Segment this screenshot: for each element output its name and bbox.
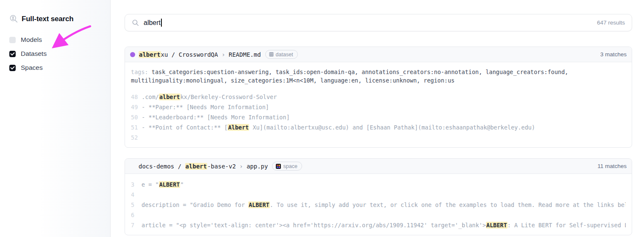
models-checkbox[interactable] bbox=[9, 37, 16, 43]
text-caret bbox=[161, 19, 162, 27]
search-bar: albert 647 results bbox=[125, 14, 632, 31]
badge-label: dataset bbox=[276, 52, 293, 58]
match-count: 3 matches bbox=[600, 51, 627, 58]
code-line: 5description = "Gradio Demo for ALBERT. … bbox=[131, 200, 626, 210]
dataset-icon bbox=[269, 52, 274, 57]
code-snippet: 48.com/albertkx/Berkeley-Crossword-Solve… bbox=[131, 92, 626, 143]
repo-file-link[interactable]: albertxu / CrosswordQA › README.md bbox=[139, 51, 261, 58]
search-icon bbox=[132, 19, 139, 26]
badge-label: space bbox=[283, 163, 297, 169]
repo-avatar-placeholder bbox=[130, 164, 135, 169]
filter-list: Models Datasets Spaces bbox=[9, 36, 100, 72]
code-line: 7article = "<p style='text-align: center… bbox=[131, 220, 626, 230]
results-count: 647 results bbox=[597, 19, 625, 26]
search-input[interactable]: albert bbox=[144, 19, 162, 27]
filter-spaces[interactable]: Spaces bbox=[9, 64, 100, 72]
code-line: 50- **Leaderboard:** [Needs More Informa… bbox=[131, 112, 626, 122]
space-badge: space bbox=[272, 162, 302, 171]
repo-avatar bbox=[130, 52, 135, 57]
text-search-icon bbox=[9, 14, 18, 23]
match-count: 11 matches bbox=[597, 163, 627, 169]
spaces-checkbox[interactable] bbox=[9, 65, 16, 71]
filter-models[interactable]: Models bbox=[9, 36, 100, 44]
result-body: tags: task_categories:question-answering… bbox=[125, 62, 632, 147]
main-content: albert 647 results albertxu / CrosswordQ… bbox=[111, 0, 644, 237]
filter-label: Spaces bbox=[21, 64, 43, 72]
result-card-space: docs-demos / albert-base-v2 › app.py spa… bbox=[125, 158, 632, 235]
page-title: Full-text search bbox=[22, 15, 73, 23]
code-line: 4 bbox=[131, 190, 626, 200]
code-snippet: 3e = "ALBERT"45description = "Gradio Dem… bbox=[131, 179, 626, 230]
code-line: 48.com/albertkx/Berkeley-Crossword-Solve… bbox=[131, 92, 626, 102]
code-line: 52 bbox=[131, 132, 626, 143]
search-query-text: albert bbox=[144, 19, 161, 27]
result-header: docs-demos / albert-base-v2 › app.py spa… bbox=[125, 159, 632, 174]
filter-label: Datasets bbox=[21, 50, 47, 58]
result-body: 3e = "ALBERT"45description = "Gradio Dem… bbox=[125, 174, 632, 235]
space-grid-icon bbox=[276, 164, 281, 169]
filter-datasets[interactable]: Datasets bbox=[9, 50, 100, 58]
code-line: 51- **Point of Contact:** [Albert Xu](ma… bbox=[131, 122, 626, 132]
repo-file-link[interactable]: docs-demos / albert-base-v2 › app.py bbox=[139, 163, 268, 170]
sidebar-title-row: Full-text search bbox=[9, 14, 100, 23]
code-line: 6 bbox=[131, 210, 626, 220]
datasets-checkbox[interactable] bbox=[9, 51, 16, 57]
code-line: 49- **Paper:** [Needs More Information] bbox=[131, 102, 626, 112]
result-header: albertxu / CrosswordQA › README.md datas… bbox=[125, 47, 632, 62]
sidebar: Full-text search Models Datasets Spaces bbox=[0, 0, 111, 237]
code-line: 3e = "ALBERT" bbox=[131, 179, 626, 190]
filter-label: Models bbox=[21, 36, 42, 44]
result-card-dataset: albertxu / CrosswordQA › README.md datas… bbox=[125, 47, 632, 148]
tags-line: tags: task_categories:question-answering… bbox=[131, 68, 626, 85]
dataset-badge: dataset bbox=[265, 50, 298, 59]
